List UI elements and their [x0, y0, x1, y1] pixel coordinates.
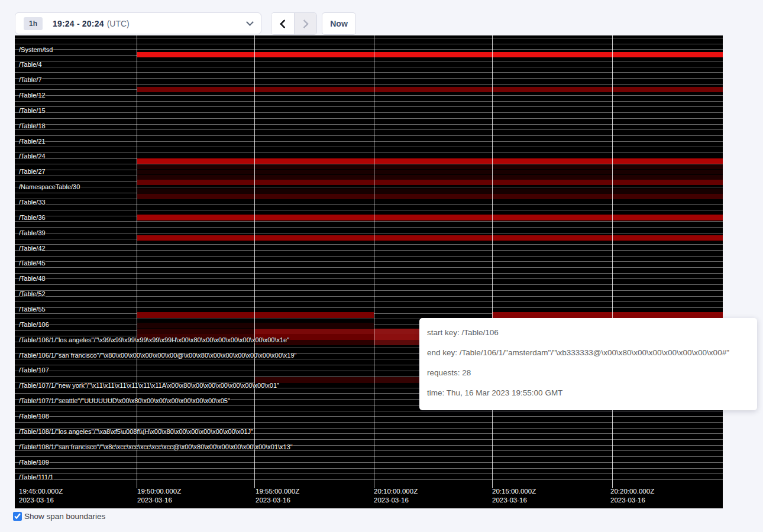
heat-band — [254, 329, 374, 334]
axis-tick-date: 2023-03-16 — [610, 496, 654, 505]
row-label: /Table/109 — [19, 459, 49, 466]
heat-band — [137, 194, 723, 199]
chevron-down-icon — [246, 18, 254, 26]
span-boundary-line — [15, 227, 723, 228]
span-boundary-line — [15, 233, 723, 233]
time-gridline — [374, 35, 374, 485]
row-label: /Table/106 — [19, 321, 49, 328]
span-boundary-line — [15, 106, 723, 107]
axis-tick-label: 20:15:00.000Z2023-03-16 — [492, 487, 536, 505]
heat-band — [137, 175, 723, 180]
row-label: /Table/33 — [19, 199, 46, 206]
heat-band — [137, 323, 374, 328]
tooltip-requests: requests: 28 — [427, 363, 749, 383]
time-range-label: 19:24 - 20:24 — [53, 19, 104, 28]
row-label: /Table/36 — [19, 214, 46, 221]
row-label: /System/tsd — [19, 46, 53, 53]
axis-tick-time: 20:20:00.000Z — [610, 487, 654, 496]
heat-band — [137, 189, 723, 194]
span-boundary-line — [15, 416, 723, 417]
span-boundary-line — [15, 153, 723, 153]
axis-tick-label: 19:55:00.000Z2023-03-16 — [256, 487, 299, 505]
span-boundary-line — [15, 307, 723, 308]
span-boundary-line — [15, 78, 723, 79]
row-label: /Table/106/1/"san francisco"/"\x80\x00\x… — [19, 352, 297, 359]
span-boundary-line — [15, 187, 723, 187]
span-boundary-line — [15, 256, 723, 257]
heat-band — [137, 164, 723, 169]
span-boundary-line — [15, 450, 723, 451]
span-boundary-line — [15, 44, 723, 44]
time-gridline — [492, 35, 493, 485]
span-boundary-line — [15, 439, 723, 440]
prev-timeframe-button[interactable] — [271, 13, 294, 34]
row-label: /Table/55 — [19, 306, 46, 313]
heat-band — [492, 312, 723, 318]
key-visualizer-page: 1h 19:24 - 20:24 (UTC) Now /System/tsd/T… — [0, 0, 763, 532]
heat-band — [137, 170, 723, 174]
span-boundary-line — [15, 244, 723, 245]
row-label: /Table/39 — [19, 229, 46, 236]
time-preset-badge: 1h — [24, 17, 43, 30]
axis-tick-label: 19:45:00.000Z2023-03-16 — [19, 487, 63, 505]
axis-tick-label: 20:10:00.000Z2023-03-16 — [374, 487, 418, 505]
row-label: /Table/106/1/"los angeles"/"\x99\x99\x99… — [19, 336, 289, 343]
axis-tick-time: 20:10:00.000Z — [374, 487, 418, 496]
row-label: /Table/27 — [19, 168, 46, 175]
tooltip-start-key: start key: /Table/106 — [427, 323, 749, 343]
span-boundary-line — [15, 49, 723, 50]
axis-tick-date: 2023-03-16 — [19, 496, 63, 505]
heat-band — [137, 235, 723, 241]
row-label: /Table/12 — [19, 92, 46, 99]
span-boundary-line — [15, 411, 723, 411]
axis-tick-time: 20:15:00.000Z — [492, 487, 536, 496]
span-boundary-line — [15, 479, 723, 480]
row-label: /Table/108/1/"los angeles"/"\xa8\xf5\u00… — [19, 428, 253, 435]
show-span-boundaries-label[interactable]: Show span boundaries — [24, 512, 105, 521]
axis-tick-time: 19:55:00.000Z — [256, 487, 299, 496]
span-boundary-line — [15, 273, 723, 274]
span-boundary-line — [15, 38, 723, 38]
span-boundary-line — [15, 112, 723, 113]
now-button[interactable]: Now — [322, 12, 356, 35]
span-boundary-line — [15, 250, 723, 251]
time-gridline — [254, 35, 255, 485]
span-boundary-line — [15, 221, 723, 222]
show-span-boundaries-checkbox[interactable] — [13, 512, 22, 521]
time-gridline-tick — [254, 485, 255, 488]
tooltip-time: time: Thu, 16 Mar 2023 19:55:00 GMT — [427, 383, 749, 403]
row-label: /Table/108/1/"san francisco"/"\x8c\xcc\x… — [19, 443, 293, 450]
time-range-dropdown[interactable]: 1h 19:24 - 20:24 (UTC) — [15, 12, 261, 34]
span-boundary-line — [15, 141, 723, 142]
span-boundary-line — [15, 72, 723, 73]
row-label: /Table/21 — [19, 138, 46, 145]
time-gridline — [137, 35, 137, 485]
axis-tick-date: 2023-03-16 — [492, 496, 536, 505]
span-boundary-line — [15, 301, 723, 302]
heat-band — [137, 158, 723, 164]
time-gridline — [612, 35, 613, 485]
row-label: /Table/42 — [19, 245, 46, 252]
next-timeframe-button[interactable] — [294, 13, 316, 34]
chevron-right-icon — [300, 19, 309, 28]
span-boundary-line — [15, 210, 723, 210]
span-boundary-line — [15, 67, 723, 67]
axis-tick-time: 19:45:00.000Z — [19, 487, 63, 496]
span-boundary-line — [15, 118, 723, 119]
axis-tick-date: 2023-03-16 — [374, 496, 418, 505]
row-label: /Table/52 — [19, 290, 46, 297]
row-label: /Table/48 — [19, 275, 46, 282]
row-label: /Table/7 — [19, 76, 42, 83]
key-visualizer-canvas[interactable]: /System/tsd/Table/4/Table/7/Table/12/Tab… — [15, 35, 723, 508]
span-boundary-line — [15, 135, 723, 136]
span-boundary-line — [15, 204, 723, 205]
span-boundary-line — [15, 468, 723, 469]
span-boundary-line — [15, 462, 723, 463]
axis-tick-date: 2023-03-16 — [256, 496, 299, 505]
span-boundary-line — [15, 101, 723, 102]
row-label: /Table/107/1/"new york"/"\x11\x11\x11\x1… — [19, 382, 279, 389]
row-label: /Table/111/1 — [19, 473, 53, 481]
row-label: /NamespaceTable/30 — [19, 183, 80, 190]
row-label: /Table/18 — [19, 122, 46, 129]
span-boundary-line — [15, 296, 723, 297]
